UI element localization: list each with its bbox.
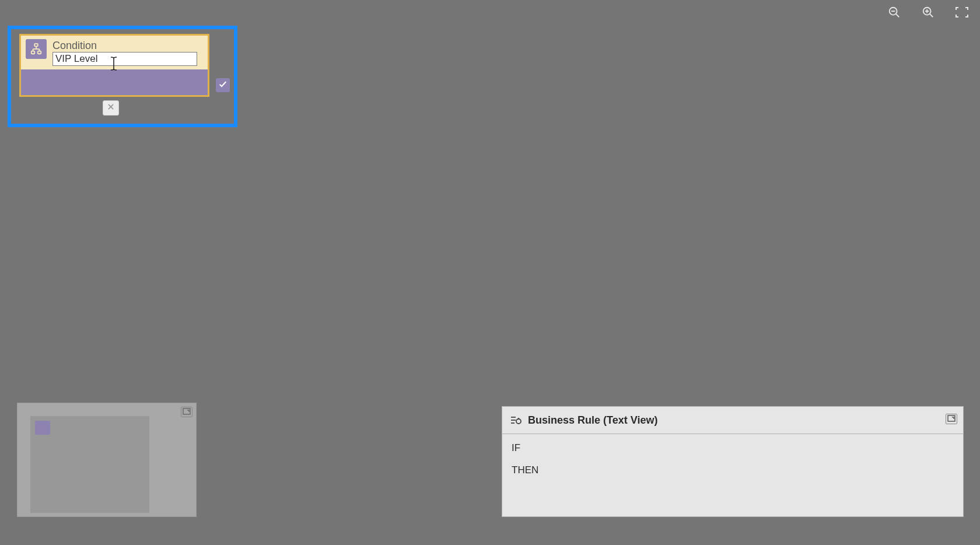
condition-header: Condition <box>21 36 208 69</box>
expand-icon <box>183 407 191 417</box>
zoom-in-button[interactable] <box>921 5 936 20</box>
textview-then-line: THEN <box>512 464 954 476</box>
zoom-out-button[interactable] <box>887 5 902 20</box>
canvas-toolbar <box>887 5 970 20</box>
rule-icon <box>509 414 522 427</box>
minimap-viewport[interactable] <box>30 416 149 513</box>
fit-screen-button[interactable] <box>954 5 970 20</box>
condition-label-area: Condition <box>52 39 203 66</box>
svg-rect-9 <box>38 51 41 54</box>
svg-point-21 <box>516 419 521 424</box>
condition-name-input[interactable] <box>52 52 197 66</box>
business-rule-textview-panel: Business Rule (Text View) IF THEN <box>502 406 964 517</box>
check-icon <box>218 79 228 91</box>
hierarchy-icon <box>26 39 47 59</box>
minimap-panel <box>17 403 197 517</box>
minimap-expand-button[interactable] <box>181 407 192 417</box>
minimap-condition-node <box>35 421 50 435</box>
svg-line-4 <box>930 14 933 17</box>
condition-false-connector[interactable] <box>103 100 119 116</box>
close-icon <box>107 103 115 113</box>
condition-node[interactable]: Condition <box>19 34 209 97</box>
textview-if-line: IF <box>512 442 954 454</box>
condition-label: Condition <box>52 39 203 52</box>
svg-rect-8 <box>32 51 35 54</box>
textview-body: IF THEN <box>502 434 963 484</box>
condition-body[interactable] <box>21 69 208 95</box>
expand-icon <box>947 414 956 424</box>
zoom-out-icon <box>888 6 901 19</box>
textview-title: Business Rule (Text View) <box>528 414 657 427</box>
fit-screen-icon <box>955 6 969 18</box>
textview-expand-button[interactable] <box>946 414 957 424</box>
svg-rect-7 <box>34 44 38 47</box>
condition-true-connector[interactable] <box>216 78 230 92</box>
condition-node-selected[interactable]: Condition <box>8 26 237 127</box>
zoom-in-icon <box>922 6 935 19</box>
svg-line-1 <box>896 14 899 17</box>
textview-header: Business Rule (Text View) <box>502 407 963 434</box>
